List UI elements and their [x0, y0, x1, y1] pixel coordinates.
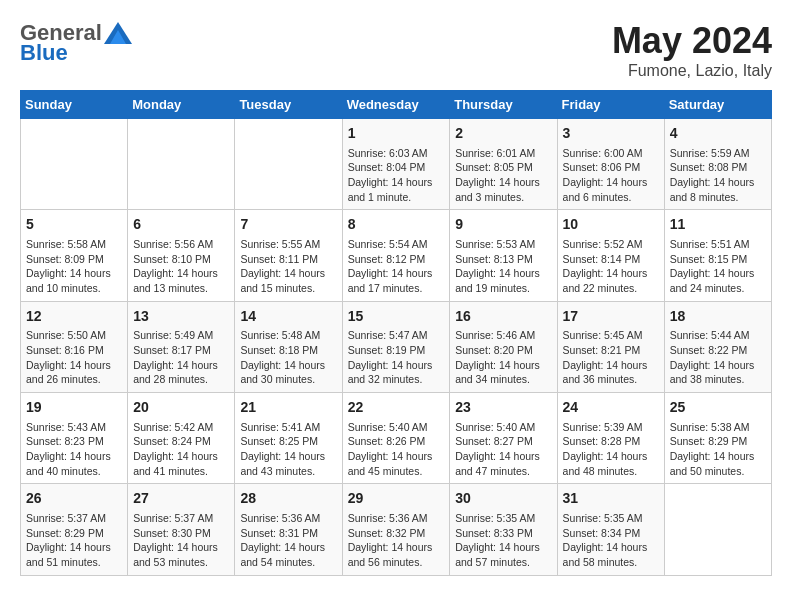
calendar-cell: 8Sunrise: 5:54 AM Sunset: 8:12 PM Daylig… [342, 210, 450, 301]
day-number: 14 [240, 307, 336, 327]
calendar-cell [235, 119, 342, 210]
day-number: 6 [133, 215, 229, 235]
day-info: Sunrise: 5:49 AM Sunset: 8:17 PM Dayligh… [133, 328, 229, 387]
day-info: Sunrise: 5:55 AM Sunset: 8:11 PM Dayligh… [240, 237, 336, 296]
calendar-week-row: 12Sunrise: 5:50 AM Sunset: 8:16 PM Dayli… [21, 301, 772, 392]
calendar-week-row: 26Sunrise: 5:37 AM Sunset: 8:29 PM Dayli… [21, 484, 772, 575]
day-number: 25 [670, 398, 766, 418]
calendar-cell: 30Sunrise: 5:35 AM Sunset: 8:33 PM Dayli… [450, 484, 557, 575]
calendar-cell: 5Sunrise: 5:58 AM Sunset: 8:09 PM Daylig… [21, 210, 128, 301]
day-info: Sunrise: 5:36 AM Sunset: 8:32 PM Dayligh… [348, 511, 445, 570]
day-info: Sunrise: 5:46 AM Sunset: 8:20 PM Dayligh… [455, 328, 551, 387]
day-info: Sunrise: 5:35 AM Sunset: 8:33 PM Dayligh… [455, 511, 551, 570]
calendar-cell: 25Sunrise: 5:38 AM Sunset: 8:29 PM Dayli… [664, 393, 771, 484]
day-number: 3 [563, 124, 659, 144]
calendar-cell: 23Sunrise: 5:40 AM Sunset: 8:27 PM Dayli… [450, 393, 557, 484]
calendar-cell: 21Sunrise: 5:41 AM Sunset: 8:25 PM Dayli… [235, 393, 342, 484]
calendar-cell [664, 484, 771, 575]
day-info: Sunrise: 5:37 AM Sunset: 8:29 PM Dayligh… [26, 511, 122, 570]
calendar-cell: 19Sunrise: 5:43 AM Sunset: 8:23 PM Dayli… [21, 393, 128, 484]
day-number: 22 [348, 398, 445, 418]
day-number: 13 [133, 307, 229, 327]
day-info: Sunrise: 5:43 AM Sunset: 8:23 PM Dayligh… [26, 420, 122, 479]
day-number: 28 [240, 489, 336, 509]
day-header-monday: Monday [128, 91, 235, 119]
day-info: Sunrise: 6:01 AM Sunset: 8:05 PM Dayligh… [455, 146, 551, 205]
calendar-cell: 27Sunrise: 5:37 AM Sunset: 8:30 PM Dayli… [128, 484, 235, 575]
calendar-cell: 4Sunrise: 5:59 AM Sunset: 8:08 PM Daylig… [664, 119, 771, 210]
day-info: Sunrise: 5:56 AM Sunset: 8:10 PM Dayligh… [133, 237, 229, 296]
calendar-cell: 17Sunrise: 5:45 AM Sunset: 8:21 PM Dayli… [557, 301, 664, 392]
day-header-sunday: Sunday [21, 91, 128, 119]
logo-blue: Blue [20, 40, 68, 66]
day-info: Sunrise: 5:45 AM Sunset: 8:21 PM Dayligh… [563, 328, 659, 387]
day-header-tuesday: Tuesday [235, 91, 342, 119]
day-number: 26 [26, 489, 122, 509]
day-info: Sunrise: 5:41 AM Sunset: 8:25 PM Dayligh… [240, 420, 336, 479]
day-header-saturday: Saturday [664, 91, 771, 119]
calendar-cell: 7Sunrise: 5:55 AM Sunset: 8:11 PM Daylig… [235, 210, 342, 301]
day-info: Sunrise: 5:59 AM Sunset: 8:08 PM Dayligh… [670, 146, 766, 205]
day-info: Sunrise: 5:39 AM Sunset: 8:28 PM Dayligh… [563, 420, 659, 479]
calendar-cell: 1Sunrise: 6:03 AM Sunset: 8:04 PM Daylig… [342, 119, 450, 210]
calendar-week-row: 19Sunrise: 5:43 AM Sunset: 8:23 PM Dayli… [21, 393, 772, 484]
day-info: Sunrise: 5:40 AM Sunset: 8:26 PM Dayligh… [348, 420, 445, 479]
calendar-cell: 10Sunrise: 5:52 AM Sunset: 8:14 PM Dayli… [557, 210, 664, 301]
calendar-cell: 15Sunrise: 5:47 AM Sunset: 8:19 PM Dayli… [342, 301, 450, 392]
day-info: Sunrise: 5:48 AM Sunset: 8:18 PM Dayligh… [240, 328, 336, 387]
day-number: 19 [26, 398, 122, 418]
day-number: 29 [348, 489, 445, 509]
day-header-wednesday: Wednesday [342, 91, 450, 119]
calendar-cell [21, 119, 128, 210]
day-info: Sunrise: 5:51 AM Sunset: 8:15 PM Dayligh… [670, 237, 766, 296]
calendar-cell: 9Sunrise: 5:53 AM Sunset: 8:13 PM Daylig… [450, 210, 557, 301]
logo-icon [104, 22, 132, 44]
day-info: Sunrise: 5:38 AM Sunset: 8:29 PM Dayligh… [670, 420, 766, 479]
day-number: 11 [670, 215, 766, 235]
calendar-cell: 2Sunrise: 6:01 AM Sunset: 8:05 PM Daylig… [450, 119, 557, 210]
title-block: May 2024 Fumone, Lazio, Italy [612, 20, 772, 80]
calendar-cell: 26Sunrise: 5:37 AM Sunset: 8:29 PM Dayli… [21, 484, 128, 575]
day-number: 17 [563, 307, 659, 327]
day-number: 9 [455, 215, 551, 235]
calendar-cell: 6Sunrise: 5:56 AM Sunset: 8:10 PM Daylig… [128, 210, 235, 301]
calendar-cell: 29Sunrise: 5:36 AM Sunset: 8:32 PM Dayli… [342, 484, 450, 575]
day-info: Sunrise: 5:50 AM Sunset: 8:16 PM Dayligh… [26, 328, 122, 387]
calendar-cell: 28Sunrise: 5:36 AM Sunset: 8:31 PM Dayli… [235, 484, 342, 575]
day-info: Sunrise: 6:03 AM Sunset: 8:04 PM Dayligh… [348, 146, 445, 205]
location-subtitle: Fumone, Lazio, Italy [612, 62, 772, 80]
calendar-cell: 3Sunrise: 6:00 AM Sunset: 8:06 PM Daylig… [557, 119, 664, 210]
day-number: 1 [348, 124, 445, 144]
calendar-cell: 18Sunrise: 5:44 AM Sunset: 8:22 PM Dayli… [664, 301, 771, 392]
day-info: Sunrise: 5:37 AM Sunset: 8:30 PM Dayligh… [133, 511, 229, 570]
day-header-row: SundayMondayTuesdayWednesdayThursdayFrid… [21, 91, 772, 119]
calendar-cell: 31Sunrise: 5:35 AM Sunset: 8:34 PM Dayli… [557, 484, 664, 575]
calendar-cell: 16Sunrise: 5:46 AM Sunset: 8:20 PM Dayli… [450, 301, 557, 392]
day-info: Sunrise: 5:36 AM Sunset: 8:31 PM Dayligh… [240, 511, 336, 570]
calendar-cell: 14Sunrise: 5:48 AM Sunset: 8:18 PM Dayli… [235, 301, 342, 392]
day-number: 8 [348, 215, 445, 235]
month-year-title: May 2024 [612, 20, 772, 62]
day-number: 12 [26, 307, 122, 327]
calendar-cell: 13Sunrise: 5:49 AM Sunset: 8:17 PM Dayli… [128, 301, 235, 392]
day-number: 21 [240, 398, 336, 418]
day-info: Sunrise: 5:53 AM Sunset: 8:13 PM Dayligh… [455, 237, 551, 296]
day-number: 31 [563, 489, 659, 509]
day-info: Sunrise: 5:47 AM Sunset: 8:19 PM Dayligh… [348, 328, 445, 387]
calendar-cell: 22Sunrise: 5:40 AM Sunset: 8:26 PM Dayli… [342, 393, 450, 484]
day-number: 15 [348, 307, 445, 327]
calendar-cell: 24Sunrise: 5:39 AM Sunset: 8:28 PM Dayli… [557, 393, 664, 484]
day-number: 18 [670, 307, 766, 327]
day-number: 20 [133, 398, 229, 418]
page-header: General Blue May 2024 Fumone, Lazio, Ita… [20, 20, 772, 80]
day-number: 23 [455, 398, 551, 418]
day-number: 2 [455, 124, 551, 144]
calendar-week-row: 1Sunrise: 6:03 AM Sunset: 8:04 PM Daylig… [21, 119, 772, 210]
calendar-cell: 12Sunrise: 5:50 AM Sunset: 8:16 PM Dayli… [21, 301, 128, 392]
day-number: 7 [240, 215, 336, 235]
day-info: Sunrise: 5:35 AM Sunset: 8:34 PM Dayligh… [563, 511, 659, 570]
day-number: 10 [563, 215, 659, 235]
calendar-cell: 20Sunrise: 5:42 AM Sunset: 8:24 PM Dayli… [128, 393, 235, 484]
day-header-friday: Friday [557, 91, 664, 119]
day-info: Sunrise: 5:58 AM Sunset: 8:09 PM Dayligh… [26, 237, 122, 296]
